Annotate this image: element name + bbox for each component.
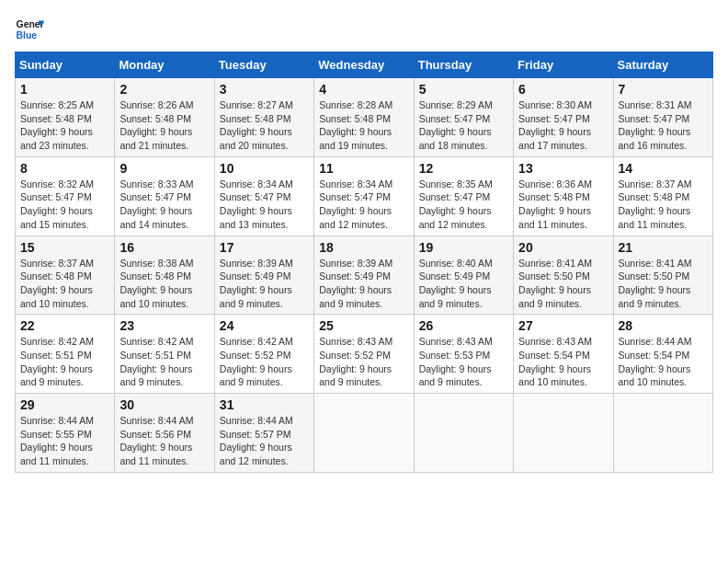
- day-number: 31: [220, 397, 309, 412]
- day-number: 21: [619, 240, 708, 255]
- day-number: 11: [319, 161, 408, 176]
- day-number: 22: [20, 318, 109, 333]
- day-number: 9: [119, 161, 209, 176]
- day-info: Sunrise: 8:38 AMSunset: 5:48 PMDaylight:…: [119, 257, 209, 311]
- day-number: 8: [20, 161, 109, 176]
- calendar-week-row: 29Sunrise: 8:44 AMSunset: 5:55 PMDayligh…: [16, 394, 713, 473]
- calendar-header-row: SundayMondayTuesdayWednesdayThursdayFrid…: [16, 52, 713, 78]
- day-number: 13: [518, 161, 608, 176]
- calendar-cell: 1Sunrise: 8:25 AMSunset: 5:48 PMDaylight…: [16, 78, 115, 157]
- day-number: 28: [619, 318, 708, 333]
- day-number: 29: [20, 397, 109, 412]
- calendar-cell: 5Sunrise: 8:29 AMSunset: 5:47 PMDaylight…: [414, 78, 513, 157]
- calendar-cell: 22Sunrise: 8:42 AMSunset: 5:51 PMDayligh…: [16, 315, 115, 394]
- calendar-cell: 15Sunrise: 8:37 AMSunset: 5:48 PMDayligh…: [16, 236, 115, 315]
- day-number: 7: [619, 82, 708, 97]
- day-info: Sunrise: 8:37 AMSunset: 5:48 PMDaylight:…: [619, 178, 708, 232]
- day-info: Sunrise: 8:44 AMSunset: 5:57 PMDaylight:…: [220, 414, 309, 468]
- calendar-cell: 9Sunrise: 8:33 AMSunset: 5:47 PMDaylight…: [115, 156, 214, 236]
- day-number: 5: [419, 82, 508, 97]
- day-info: Sunrise: 8:37 AMSunset: 5:48 PMDaylight:…: [20, 257, 109, 311]
- day-number: 2: [119, 82, 209, 97]
- calendar-cell: 7Sunrise: 8:31 AMSunset: 5:47 PMDaylight…: [613, 78, 712, 157]
- day-info: Sunrise: 8:42 AMSunset: 5:51 PMDaylight:…: [119, 335, 209, 389]
- calendar-week-row: 22Sunrise: 8:42 AMSunset: 5:51 PMDayligh…: [16, 315, 713, 394]
- calendar-cell: 28Sunrise: 8:44 AMSunset: 5:54 PMDayligh…: [613, 315, 712, 394]
- day-number: 6: [518, 82, 608, 97]
- day-info: Sunrise: 8:42 AMSunset: 5:52 PMDaylight:…: [220, 335, 309, 389]
- calendar-cell: 25Sunrise: 8:43 AMSunset: 5:52 PMDayligh…: [314, 315, 414, 394]
- calendar-cell: 24Sunrise: 8:42 AMSunset: 5:52 PMDayligh…: [214, 315, 313, 394]
- calendar-cell: 2Sunrise: 8:26 AMSunset: 5:48 PMDaylight…: [115, 78, 214, 157]
- day-info: Sunrise: 8:41 AMSunset: 5:50 PMDaylight:…: [518, 257, 608, 311]
- day-number: 1: [20, 82, 109, 97]
- day-info: Sunrise: 8:40 AMSunset: 5:49 PMDaylight:…: [419, 257, 508, 311]
- logo-icon: General Blue: [15, 15, 44, 44]
- calendar-cell: [414, 394, 513, 473]
- calendar-cell: 12Sunrise: 8:35 AMSunset: 5:47 PMDayligh…: [414, 156, 513, 236]
- day-info: Sunrise: 8:31 AMSunset: 5:47 PMDaylight:…: [619, 98, 708, 153]
- day-number: 25: [319, 318, 408, 333]
- day-info: Sunrise: 8:35 AMSunset: 5:47 PMDaylight:…: [419, 178, 508, 232]
- day-number: 23: [119, 318, 209, 333]
- day-info: Sunrise: 8:43 AMSunset: 5:52 PMDaylight:…: [319, 335, 408, 389]
- day-info: Sunrise: 8:44 AMSunset: 5:54 PMDaylight:…: [619, 335, 708, 389]
- calendar-week-row: 15Sunrise: 8:37 AMSunset: 5:48 PMDayligh…: [16, 236, 713, 315]
- calendar-cell: 17Sunrise: 8:39 AMSunset: 5:49 PMDayligh…: [214, 236, 313, 315]
- day-info: Sunrise: 8:26 AMSunset: 5:48 PMDaylight:…: [119, 98, 209, 153]
- day-number: 27: [518, 318, 608, 333]
- day-info: Sunrise: 8:34 AMSunset: 5:47 PMDaylight:…: [319, 178, 408, 232]
- day-of-week-header: Monday: [115, 52, 214, 78]
- day-number: 3: [220, 82, 309, 97]
- day-info: Sunrise: 8:44 AMSunset: 5:55 PMDaylight:…: [20, 414, 109, 468]
- day-number: 4: [319, 82, 408, 97]
- day-of-week-header: Friday: [514, 52, 613, 78]
- day-of-week-header: Saturday: [613, 52, 712, 78]
- calendar-cell: 10Sunrise: 8:34 AMSunset: 5:47 PMDayligh…: [214, 156, 313, 236]
- calendar-cell: 20Sunrise: 8:41 AMSunset: 5:50 PMDayligh…: [514, 236, 613, 315]
- calendar-cell: 21Sunrise: 8:41 AMSunset: 5:50 PMDayligh…: [613, 236, 712, 315]
- day-number: 16: [119, 240, 209, 255]
- day-info: Sunrise: 8:25 AMSunset: 5:48 PMDaylight:…: [20, 98, 109, 153]
- calendar-cell: 26Sunrise: 8:43 AMSunset: 5:53 PMDayligh…: [414, 315, 513, 394]
- page-header: General Blue: [15, 15, 713, 44]
- day-info: Sunrise: 8:43 AMSunset: 5:53 PMDaylight:…: [419, 335, 508, 389]
- day-of-week-header: Wednesday: [314, 52, 414, 78]
- day-of-week-header: Thursday: [414, 52, 513, 78]
- calendar-cell: 18Sunrise: 8:39 AMSunset: 5:49 PMDayligh…: [314, 236, 414, 315]
- calendar-cell: [514, 394, 613, 473]
- day-info: Sunrise: 8:43 AMSunset: 5:54 PMDaylight:…: [518, 335, 608, 389]
- day-number: 19: [419, 240, 508, 255]
- calendar-cell: 27Sunrise: 8:43 AMSunset: 5:54 PMDayligh…: [514, 315, 613, 394]
- day-info: Sunrise: 8:41 AMSunset: 5:50 PMDaylight:…: [619, 257, 708, 311]
- calendar-table: SundayMondayTuesdayWednesdayThursdayFrid…: [15, 52, 713, 473]
- svg-text:Blue: Blue: [17, 30, 38, 40]
- day-info: Sunrise: 8:30 AMSunset: 5:47 PMDaylight:…: [518, 98, 608, 153]
- calendar-cell: 6Sunrise: 8:30 AMSunset: 5:47 PMDaylight…: [514, 78, 613, 157]
- calendar-cell: 30Sunrise: 8:44 AMSunset: 5:56 PMDayligh…: [115, 394, 214, 473]
- calendar-cell: [314, 394, 414, 473]
- day-number: 10: [220, 161, 309, 176]
- calendar-cell: 11Sunrise: 8:34 AMSunset: 5:47 PMDayligh…: [314, 156, 414, 236]
- day-number: 18: [319, 240, 408, 255]
- calendar-cell: 4Sunrise: 8:28 AMSunset: 5:48 PMDaylight…: [314, 78, 414, 157]
- day-info: Sunrise: 8:33 AMSunset: 5:47 PMDaylight:…: [119, 178, 209, 232]
- day-info: Sunrise: 8:42 AMSunset: 5:51 PMDaylight:…: [20, 335, 109, 389]
- day-number: 26: [419, 318, 508, 333]
- day-info: Sunrise: 8:34 AMSunset: 5:47 PMDaylight:…: [220, 178, 309, 232]
- day-number: 14: [619, 161, 708, 176]
- day-of-week-header: Sunday: [16, 52, 115, 78]
- calendar-week-row: 1Sunrise: 8:25 AMSunset: 5:48 PMDaylight…: [16, 78, 713, 157]
- calendar-cell: 3Sunrise: 8:27 AMSunset: 5:48 PMDaylight…: [214, 78, 313, 157]
- logo: General Blue: [15, 15, 44, 44]
- day-of-week-header: Tuesday: [214, 52, 313, 78]
- calendar-cell: 16Sunrise: 8:38 AMSunset: 5:48 PMDayligh…: [115, 236, 214, 315]
- calendar-cell: [613, 394, 712, 473]
- day-info: Sunrise: 8:44 AMSunset: 5:56 PMDaylight:…: [119, 414, 209, 468]
- day-info: Sunrise: 8:27 AMSunset: 5:48 PMDaylight:…: [220, 98, 309, 153]
- calendar-cell: 23Sunrise: 8:42 AMSunset: 5:51 PMDayligh…: [115, 315, 214, 394]
- calendar-cell: 29Sunrise: 8:44 AMSunset: 5:55 PMDayligh…: [16, 394, 115, 473]
- day-info: Sunrise: 8:39 AMSunset: 5:49 PMDaylight:…: [319, 257, 408, 311]
- day-info: Sunrise: 8:32 AMSunset: 5:47 PMDaylight:…: [20, 178, 109, 232]
- calendar-cell: 19Sunrise: 8:40 AMSunset: 5:49 PMDayligh…: [414, 236, 513, 315]
